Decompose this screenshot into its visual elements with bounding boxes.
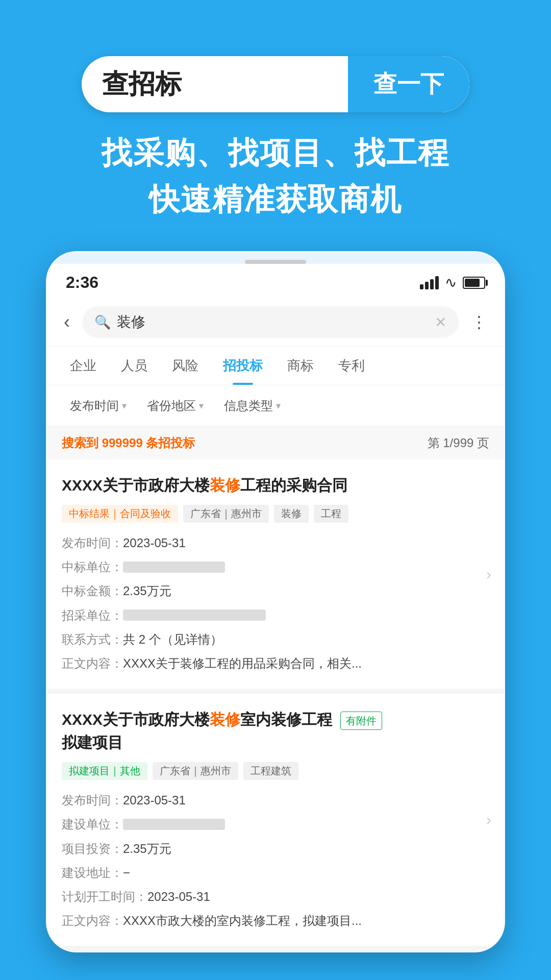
tab-personnel[interactable]: 人员 <box>109 347 160 385</box>
card-2-attachment-badge: 有附件 <box>340 712 382 730</box>
card-1-winner-value <box>123 561 225 573</box>
card-1-tags: 中标结果｜合同及验收 广东省｜惠州市 装修 工程 <box>62 505 489 523</box>
card-1-title-prefix: XXXX关于市政府大楼 <box>62 477 210 494</box>
card-2-start-time-label: 计划开工时间： <box>62 886 147 908</box>
card-2-builder-value <box>123 819 225 830</box>
tab-bidding[interactable]: 招投标 <box>211 347 275 385</box>
filter-info-type[interactable]: 信息类型 ▾ <box>214 394 291 418</box>
card-1-contact-label: 联系方式： <box>62 628 123 650</box>
card-2-start-time-value: 2023-05-31 <box>147 886 210 908</box>
card-2-address-value: − <box>123 862 130 884</box>
tagline: 找采购、找项目、找工程 快速精准获取商机 <box>0 133 551 220</box>
card-2-tag-category: 工程建筑 <box>243 762 298 780</box>
card-1-publish-time-row: 发布时间： 2023-05-31 <box>62 532 489 554</box>
card-2-publish-time-row: 发布时间： 2023-05-31 <box>62 789 489 811</box>
card-1-tag-region: 广东省｜惠州市 <box>183 505 269 523</box>
card-1-winner-label: 中标单位： <box>62 556 123 578</box>
card-1-winner-row: 中标单位： <box>62 556 489 578</box>
status-bar: 2:36 ∿ <box>47 264 504 298</box>
filter-info-type-label: 信息类型 <box>224 398 273 414</box>
card-2-start-time-row: 计划开工时间： 2023-05-31 <box>62 886 489 908</box>
tab-patent[interactable]: 专利 <box>326 347 377 385</box>
card-1-tag-decoration: 装修 <box>274 505 309 523</box>
search-query-text: 装修 <box>117 312 429 332</box>
tagline-line1: 找采购、找项目、找工程 <box>0 133 551 174</box>
card-2-content-label: 正文内容： <box>62 910 123 932</box>
card-2-builder-row: 建设单位： <box>62 813 489 835</box>
search-bar[interactable]: 查招标 查一下 <box>82 56 469 112</box>
card-1-contact-row: 联系方式： 共 2 个（见详情） <box>62 628 489 650</box>
card-1-contact-value: 共 2 个（见详情） <box>123 628 222 650</box>
back-button[interactable]: ‹ <box>60 307 74 337</box>
search-input-area[interactable]: 查招标 <box>82 66 348 102</box>
battery-icon <box>463 277 485 289</box>
card-1-title-highlight: 装修 <box>210 477 240 494</box>
card-2-info: 发布时间： 2023-05-31 建设单位： 项目投资： 2.35万元 建设地址… <box>62 789 489 932</box>
results-count-label: 搜索到 <box>62 436 102 450</box>
card-2-title-prefix: XXXX关于市政府大楼 <box>62 711 210 728</box>
filter-publish-time-label: 发布时间 <box>70 398 119 414</box>
card-2-title-extra: 拟建项目 <box>62 734 123 751</box>
card-2-title-highlight: 装修 <box>210 711 240 728</box>
card-2-investment-row: 项目投资： 2.35万元 <box>62 838 489 860</box>
search-icon: 🔍 <box>94 314 111 330</box>
status-icons: ∿ <box>420 274 485 291</box>
filter-row: 发布时间 ▾ 省份地区 ▾ 信息类型 ▾ <box>47 385 504 427</box>
card-1-chevron: › <box>486 566 491 583</box>
card-2-builder-label: 建设单位： <box>62 813 123 835</box>
card-1-buyer-label: 招采单位： <box>62 604 123 626</box>
card-2-publish-time-label: 发布时间： <box>62 789 123 811</box>
category-tabs: 企业 人员 风险 招投标 商标 专利 <box>47 347 504 385</box>
result-card-1[interactable]: XXXX关于市政府大楼装修工程的采购合同 中标结果｜合同及验收 广东省｜惠州市 … <box>47 459 504 694</box>
card-1-amount-label: 中标金额： <box>62 580 123 602</box>
card-1-buyer-row: 招采单位： <box>62 604 489 626</box>
results-count: 搜索到 999999 条招投标 <box>62 435 195 451</box>
card-1-content-row: 正文内容： XXXX关于装修工程的用品采购合同，相关... <box>62 652 489 674</box>
search-button[interactable]: 查一下 <box>348 56 469 112</box>
filter-button[interactable]: ⋮ <box>467 308 491 336</box>
card-1-publish-time-label: 发布时间： <box>62 532 123 554</box>
tab-trademark[interactable]: 商标 <box>275 347 326 385</box>
card-1-amount-value: 2.35万元 <box>123 580 171 602</box>
card-1-tag-type: 中标结果｜合同及验收 <box>62 505 178 523</box>
card-1-info: 发布时间： 2023-05-31 中标单位： 中标金额： 2.35万元 招采单位… <box>62 532 489 674</box>
phone-notch <box>245 260 306 264</box>
card-2-investment-value: 2.35万元 <box>123 838 171 860</box>
card-2-investment-label: 项目投资： <box>62 838 123 860</box>
filter-region[interactable]: 省份地区 ▾ <box>137 394 214 418</box>
card-1-buyer-value <box>123 609 266 621</box>
filter-region-arrow: ▾ <box>199 400 204 411</box>
card-2-tag-region: 广东省｜惠州市 <box>153 762 238 780</box>
card-2-tag-type: 拟建项目｜其他 <box>62 762 147 780</box>
search-input-text: 查招标 <box>102 66 182 102</box>
card-1-content-label: 正文内容： <box>62 652 123 674</box>
card-2-title: XXXX关于市政府大楼装修室内装修工程 有附件 拟建项目 <box>62 708 489 754</box>
signal-icon <box>420 276 439 289</box>
result-card-2[interactable]: XXXX关于市政府大楼装修室内装修工程 有附件 拟建项目 拟建项目｜其他 广东省… <box>47 694 504 951</box>
results-page: 第 1/999 页 <box>428 435 489 451</box>
tab-enterprise[interactable]: 企业 <box>58 347 109 385</box>
card-1-amount-row: 中标金额： 2.35万元 <box>62 580 489 602</box>
results-header: 搜索到 999999 条招投标 第 1/999 页 <box>47 427 504 459</box>
in-app-search-bar[interactable]: 🔍 装修 ✕ <box>82 306 459 338</box>
card-1-content-value: XXXX关于装修工程的用品采购合同，相关... <box>123 652 362 674</box>
card-2-tags: 拟建项目｜其他 广东省｜惠州市 工程建筑 <box>62 762 489 780</box>
results-count-suffix: 条招投标 <box>143 436 195 450</box>
card-1-title-suffix: 工程的采购合同 <box>240 477 347 494</box>
card-1-title: XXXX关于市政府大楼装修工程的采购合同 <box>62 474 489 497</box>
search-area: 查招标 查一下 <box>0 0 551 133</box>
card-2-address-label: 建设地址： <box>62 862 123 884</box>
filter-publish-time[interactable]: 发布时间 ▾ <box>60 394 137 418</box>
card-2-title-suffix: 室内装修工程 <box>240 711 332 728</box>
filter-region-label: 省份地区 <box>147 398 196 414</box>
tab-risk[interactable]: 风险 <box>160 347 211 385</box>
phone-container: 2:36 ∿ ‹ 🔍 装修 ✕ ⋮ <box>0 251 551 952</box>
card-2-address-row: 建设地址： − <box>62 862 489 884</box>
app-header: ‹ 🔍 装修 ✕ ⋮ <box>47 298 504 347</box>
card-2-content-row: 正文内容： XXXX市政大楼的室内装修工程，拟建项目... <box>62 910 489 932</box>
phone-mockup: 2:36 ∿ ‹ 🔍 装修 ✕ ⋮ <box>46 251 505 952</box>
filter-info-type-arrow: ▾ <box>276 400 281 411</box>
clear-search-button[interactable]: ✕ <box>435 314 446 331</box>
card-2-publish-time-value: 2023-05-31 <box>123 789 186 811</box>
wifi-icon: ∿ <box>445 274 457 291</box>
